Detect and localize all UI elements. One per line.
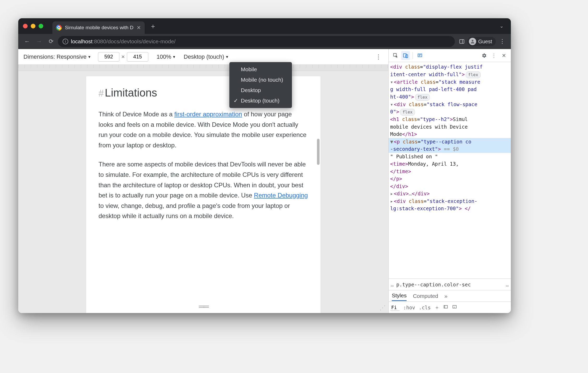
emulated-viewport: #Limitations Think of Device Mode as a f… <box>18 71 388 313</box>
devtools-close-button[interactable]: ✕ <box>499 51 508 60</box>
maximize-window-button[interactable] <box>39 24 43 28</box>
device-type-menu: Mobile Mobile (no touch) Desktop Desktop… <box>229 62 292 108</box>
resize-handle-corner[interactable]: ⋰ <box>379 304 386 311</box>
dimensions-dropdown[interactable]: Responsive▼ <box>57 53 91 60</box>
new-tab-button[interactable]: ＋ <box>148 21 158 31</box>
browser-menu-button[interactable]: ⋮ <box>497 38 507 45</box>
ruler[interactable] <box>18 65 388 71</box>
device-type-option-mobile-no-touch[interactable]: Mobile (no touch) <box>229 75 292 85</box>
anchor-hash-icon[interactable]: # <box>99 88 104 99</box>
devtools-toolbar: ⋮ ✕ <box>389 49 511 62</box>
forward-button[interactable]: → <box>34 36 44 47</box>
toolbar-right: Guest ⋮ <box>458 37 507 46</box>
toggle-device-toolbar-button[interactable] <box>401 51 410 60</box>
paragraph-2: There are some aspects of mobile devices… <box>99 159 308 221</box>
device-type-option-desktop-touch[interactable]: Desktop (touch) <box>229 95 292 106</box>
tab-styles[interactable]: Styles <box>392 292 407 301</box>
breadcrumb-current[interactable]: p.type--caption.color-sec <box>396 282 471 287</box>
svg-point-2 <box>471 40 473 41</box>
favicon-icon <box>56 25 62 31</box>
device-toolbar: Dimensions: Responsive▼ × 100%▼ Desktop … <box>18 49 388 65</box>
dimension-separator: × <box>121 53 125 60</box>
height-input[interactable] <box>127 52 148 62</box>
omnibox[interactable]: i localhost:8080/docs/devtools/device-mo… <box>58 36 455 47</box>
elements-dom-tree[interactable]: <div class="display-flex justif itent-ce… <box>389 62 511 279</box>
browser-window: Simulate mobile devices with D ✕ ＋ ⌄ ← →… <box>18 18 511 313</box>
styles-filter-input[interactable] <box>391 304 400 311</box>
dimensions-label: Dimensions: <box>23 53 55 60</box>
devtools-panel: ⋮ ✕ <div class="display-flex justif iten… <box>388 49 511 313</box>
avatar-icon <box>469 38 476 45</box>
link-first-order[interactable]: first-order approximation <box>174 111 242 118</box>
elements-tab-icon[interactable] <box>415 51 424 60</box>
computed-styles-icon[interactable] <box>443 305 448 310</box>
page-content: #Limitations Think of Device Mode as a f… <box>86 76 321 313</box>
width-input[interactable] <box>98 52 119 62</box>
browser-tab[interactable]: Simulate mobile devices with D ✕ <box>52 21 145 34</box>
inspect-element-button[interactable] <box>391 51 400 60</box>
url-text: localhost:8080/docs/devtools/device-mode… <box>71 38 176 45</box>
styles-pane-tabs: Styles Computed » <box>389 290 511 302</box>
settings-icon[interactable] <box>480 51 488 60</box>
tab-title: Simulate mobile devices with D <box>65 25 133 31</box>
profile-label: Guest <box>478 39 492 45</box>
device-mode-pane: Dimensions: Responsive▼ × 100%▼ Desktop … <box>18 49 388 313</box>
svg-rect-0 <box>460 40 464 44</box>
styles-toolbar: :hov .cls ＋ <box>389 302 511 313</box>
toggle-hover-button[interactable]: :hov <box>403 305 415 310</box>
side-panel-icon[interactable] <box>458 38 466 45</box>
close-tab-button[interactable]: ✕ <box>137 25 141 31</box>
new-style-rule-button[interactable]: ＋ <box>434 304 439 311</box>
tab-overflow-button[interactable]: ⌄ <box>498 21 506 31</box>
address-bar: ← → ⟳ i localhost:8080/docs/devtools/dev… <box>18 34 511 49</box>
profile-chip[interactable]: Guest <box>467 37 496 46</box>
reload-button[interactable]: ⟳ <box>46 36 56 47</box>
zoom-dropdown[interactable]: 100%▼ <box>157 53 176 60</box>
svg-rect-6 <box>444 305 448 308</box>
link-remote-debugging[interactable]: Remote Debugging <box>254 192 308 199</box>
device-type-option-mobile[interactable]: Mobile <box>229 64 292 75</box>
window-controls <box>23 24 43 28</box>
device-type-option-desktop[interactable]: Desktop <box>229 85 292 95</box>
toggle-classes-button[interactable]: .cls <box>419 305 431 310</box>
tab-computed[interactable]: Computed <box>413 293 438 299</box>
dom-breadcrumbs[interactable]: … p.type--caption.color-sec … <box>389 279 511 290</box>
close-window-button[interactable] <box>23 24 28 28</box>
breadcrumb-overflow-right[interactable]: … <box>506 282 509 287</box>
content-area: Dimensions: Responsive▼ × 100%▼ Desktop … <box>18 49 511 313</box>
devtools-menu-button[interactable]: ⋮ <box>489 51 498 60</box>
device-toolbar-menu[interactable]: ⋮ <box>374 53 383 61</box>
paragraph-1: Think of Device Mode as a first-order ap… <box>99 109 308 150</box>
device-type-dropdown[interactable]: Desktop (touch)▼ <box>184 53 229 60</box>
minimize-window-button[interactable] <box>31 24 35 28</box>
tabs-overflow-button[interactable]: » <box>444 293 448 299</box>
rendering-drawer-icon[interactable] <box>452 305 457 310</box>
titlebar: Simulate mobile devices with D ✕ ＋ ⌄ <box>18 18 511 34</box>
site-info-icon[interactable]: i <box>63 39 68 44</box>
breadcrumb-overflow-left[interactable]: … <box>391 282 394 287</box>
back-button[interactable]: ← <box>22 36 32 47</box>
resize-handle-bottom[interactable]: ══ <box>199 302 208 311</box>
scrollbar-thumb[interactable] <box>317 139 320 165</box>
